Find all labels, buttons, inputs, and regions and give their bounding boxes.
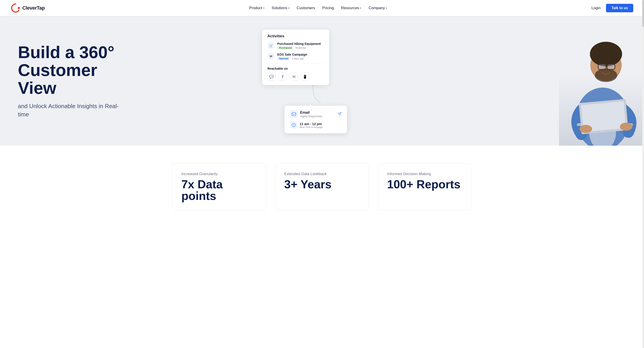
svg-point-16 (620, 123, 632, 131)
time-sub: Best Time to Engage (300, 126, 322, 128)
svg-point-0 (18, 7, 20, 9)
clock-icon (290, 121, 298, 129)
time-label: 11 am - 12 pm (300, 122, 322, 126)
hero-title: Build a 360° Customer View (18, 43, 130, 97)
scrollbar-thumb[interactable] (642, 0, 644, 27)
chevron-down-icon: ▾ (263, 7, 264, 9)
navbar: CleverTap Product ▾ Solutions ▾ Customer… (0, 0, 644, 16)
logo[interactable]: CleverTap (11, 3, 45, 13)
send-icon (338, 112, 342, 117)
scrollbar[interactable] (642, 0, 644, 223)
stat-value-2: 3+ Years (284, 178, 360, 190)
activity-2-name: EOS Sale Campaign (277, 53, 307, 56)
activity-1-name: Purchased Hiking Equipment (277, 42, 321, 46)
mail-icon: ✉ (290, 73, 298, 81)
svg-rect-10 (607, 64, 615, 69)
svg-rect-2 (292, 113, 296, 116)
nav-item-resources[interactable]: Resources ▾ (341, 6, 361, 10)
nav-actions: Login Talk to us (592, 4, 633, 12)
stat-label-1: Increased Granularity (181, 172, 257, 176)
phone-icon: 📱 (301, 73, 309, 81)
activities-card-title: Activities (268, 34, 324, 38)
login-button[interactable]: Login (592, 6, 601, 10)
logo-text: CleverTap (22, 5, 45, 11)
svg-point-15 (580, 125, 592, 133)
logo-icon (11, 3, 20, 13)
stat-value-1: 7x Data points (181, 178, 257, 202)
email-time-row: 11 am - 12 pm Best Time to Engage (290, 121, 342, 129)
email-left: Email Highly Responsive (290, 110, 322, 118)
stat-card-reports: Informed Decision Making 100+ Reports (378, 164, 472, 210)
hero-content: Build a 360° Customer View and Unlock Ac… (0, 30, 148, 132)
svg-rect-9 (598, 64, 606, 69)
email-responsive-label: Highly Responsive (300, 115, 322, 118)
hero-section: Build a 360° Customer View and Unlock Ac… (0, 16, 644, 146)
shopping-icon: 🛒 (268, 42, 274, 49)
stat-card-data-points: Increased Granularity 7x Data points (172, 164, 266, 210)
reachable-title: Reachable on (268, 67, 324, 70)
activity-2-time: 2 days ago (292, 57, 304, 60)
purchased-badge: Purchased (277, 46, 294, 50)
email-icon (290, 110, 298, 118)
activity-item-1: 🛒 Purchased Hiking Equipment Purchased Y… (268, 42, 324, 50)
activity-1-time: Yesterday (295, 46, 306, 49)
reachable-icons: 💬 ✉ 📱 (268, 73, 324, 81)
activity-item-2: ✉ EOS Sale Campaign Opened 2 days ago (268, 53, 324, 60)
email-label: Email (300, 111, 322, 115)
stat-value-3: 100+ Reports (387, 178, 463, 190)
nav-item-company[interactable]: Company ▾ (368, 6, 387, 10)
svg-point-8 (595, 69, 617, 82)
stat-label-3: Informed Decision Making (387, 172, 463, 176)
nav-links: Product ▾ Solutions ▾ Customers Pricing … (249, 6, 387, 10)
card-divider (268, 63, 324, 64)
facebook-icon (278, 73, 287, 81)
person-svg (559, 25, 644, 146)
chevron-down-icon: ▾ (360, 7, 361, 9)
person-image (559, 25, 644, 146)
opened-badge: Opened (277, 57, 290, 60)
nav-item-solutions[interactable]: Solutions ▾ (272, 6, 290, 10)
hero-visual: Activities 🛒 Purchased Hiking Equipment … (258, 16, 644, 146)
whatsapp-icon: 💬 (268, 73, 276, 81)
stats-section: Increased Granularity 7x Data points Ext… (0, 146, 644, 223)
chevron-down-icon: ▾ (288, 7, 290, 9)
nav-item-product[interactable]: Product ▾ (249, 6, 264, 10)
email-card-header: Email Highly Responsive (290, 110, 342, 118)
email-card: Email Highly Responsive (284, 106, 347, 133)
hero-subtitle: and Unlock Actionable Insights in Real-t… (18, 102, 130, 118)
activities-card: Activities 🛒 Purchased Hiking Equipment … (262, 29, 329, 85)
curved-arrow (307, 82, 325, 104)
stat-card-years: Extended Data Lookback 3+ Years (275, 164, 369, 210)
svg-point-7 (590, 42, 622, 66)
talk-to-us-button[interactable]: Talk to us (606, 4, 633, 12)
chevron-down-icon: ▾ (386, 7, 387, 9)
nav-item-customers[interactable]: Customers (297, 6, 315, 10)
nav-item-pricing[interactable]: Pricing (322, 6, 334, 10)
email-activity-icon: ✉ (268, 53, 274, 60)
stat-label-2: Extended Data Lookback (284, 172, 360, 176)
